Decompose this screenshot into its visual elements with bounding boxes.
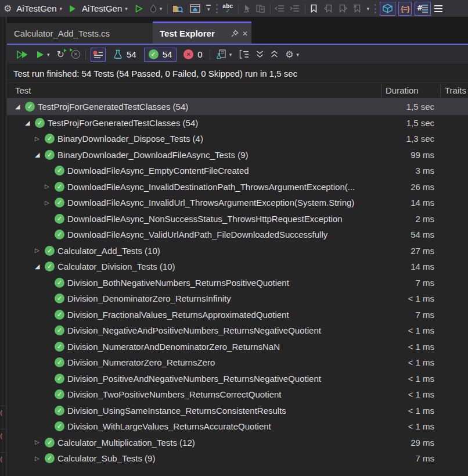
test-name: Calculator_Sub_Tests (9) [57, 453, 365, 463]
twisty-collapsed-icon[interactable]: ▷ [45, 184, 55, 189]
group-by-hierarchy-icon[interactable] [239, 50, 249, 59]
test-duration: < 1 ms [365, 389, 434, 399]
chevron-down-icon[interactable]: ▾ [47, 52, 50, 58]
column-header-test[interactable]: Test [15, 85, 31, 95]
test-name: Division_NegativeAndPositiveNumbers_Retu… [67, 325, 365, 335]
spell-checker-icon[interactable]: abc ✓ [222, 3, 233, 14]
test-name: BinaryDownloader_DownloadFileAsync_Tests… [57, 150, 365, 160]
chevron-down-icon[interactable]: ▾ [60, 6, 63, 12]
column-separator[interactable] [440, 84, 441, 97]
twisty-collapsed-icon[interactable]: ▷ [35, 248, 45, 253]
test-name: Division_UsingSameInstance_ReturnsConsis… [67, 406, 365, 416]
cancel-test-run-button[interactable]: ✕ [71, 50, 80, 59]
test-tree-row[interactable]: ◢ ✓ BinaryDownloader_DownloadFileAsync_T… [7, 147, 468, 163]
run-after-build-toggle-button[interactable] [91, 48, 106, 62]
twisty-collapsed-icon[interactable]: ▷ [45, 200, 55, 206]
container-tools-toggle-button[interactable] [380, 2, 395, 16]
start-without-debug-button[interactable] [135, 5, 143, 13]
tool-window-tab-bar: Calculator_Add_Tests.cs Test Explorer ✕ [7, 17, 468, 44]
test-tree-row[interactable]: ✓ Division_NumeratorZero_ReturnsZero < 1… [7, 355, 468, 371]
column-header-duration[interactable]: Duration [386, 85, 419, 95]
paste-document-icon[interactable] [256, 4, 265, 13]
previous-bookmark-icon[interactable] [324, 4, 333, 13]
solution-window-icon[interactable] [190, 4, 200, 13]
test-tree-row[interactable]: ✓ Division_WithLargeValues_ReturnsAccura… [7, 418, 468, 435]
test-passed-icon: ✓ [55, 198, 64, 207]
run-tests-button[interactable] [37, 51, 44, 59]
twisty-expanded-icon[interactable]: ◢ [15, 103, 25, 110]
test-tree-row[interactable]: ✓ Division_DenominatorZero_ReturnsInfini… [7, 291, 468, 307]
test-settings-gear-icon[interactable]: ⚙ [285, 50, 293, 59]
test-tree-row[interactable]: ✓ Division_TwoPositiveNumbers_ReturnsCor… [7, 386, 468, 403]
test-tree-row[interactable]: ✓ Division_FractionalValues_ReturnsAppro… [7, 307, 468, 323]
test-tree-row[interactable]: ✓ Division_UsingSameInstance_ReturnsCons… [7, 403, 468, 419]
column-header-traits[interactable]: Traits [445, 85, 466, 95]
test-tree-row[interactable]: ✓ DownloadFileAsync_EmptyContentFileCrea… [7, 163, 468, 179]
test-tree-row[interactable]: ▷ ✓ DownloadFileAsync_InvalidUrl_ThrowsA… [7, 195, 468, 211]
twisty-expanded-icon[interactable]: ◢ [25, 120, 35, 126]
test-tree-row[interactable]: ▷ ✓ DownloadFileAsync_InvalidDestination… [7, 179, 468, 195]
total-tests-flask-icon[interactable] [113, 49, 123, 59]
twisty-expanded-icon[interactable]: ◢ [35, 263, 45, 270]
find-in-files-icon[interactable] [172, 4, 183, 13]
toolbar-drag-handle[interactable] [375, 4, 377, 13]
test-tree-row[interactable]: ◢ ✓ TestProjForGeneratedTestClasses (54)… [7, 115, 468, 131]
expand-all-icon[interactable] [255, 50, 264, 59]
clear-bookmarks-icon[interactable] [353, 4, 362, 13]
test-tree-row[interactable]: ✓ DownloadFileAsync_NonSuccessStatus_Thr… [7, 211, 468, 227]
test-tree-row[interactable]: ▷ ✓ Calculator_Add_Tests (10) 27 ms [7, 243, 468, 259]
test-tree-row[interactable]: ✓ Division_PositiveAndNegativeNumbers_Re… [7, 371, 468, 387]
close-icon[interactable]: ✕ [242, 30, 248, 38]
passed-tests-filter-button[interactable]: ✓ 54 [144, 48, 177, 62]
increase-indent-icon[interactable] [290, 5, 300, 12]
chevron-down-icon[interactable]: ▾ [297, 52, 300, 58]
test-passed-icon: ✓ [45, 150, 55, 160]
collapse-all-icon[interactable] [270, 50, 279, 59]
chevron-down-icon[interactable]: ▾ [366, 6, 369, 12]
editor-code-line [1, 429, 5, 430]
twisty-collapsed-icon[interactable]: ▷ [35, 439, 45, 445]
run-all-tests-button[interactable] [17, 51, 28, 59]
chevron-down-icon[interactable]: ▾ [229, 52, 232, 58]
menu-hamburger-icon[interactable] [434, 5, 442, 12]
chevron-down-icon[interactable]: ▾ [125, 6, 128, 12]
format-document-toggle-button[interactable]: # [415, 2, 431, 16]
tab-test-explorer[interactable]: Test Explorer ✕ [153, 22, 251, 44]
test-tree-row[interactable]: ◢ ✓ Calculator_Division_Tests (10) 14 ms [7, 259, 468, 275]
test-tree-row[interactable]: ▷ ✓ BinaryDownloader_Dispose_Tests (4) 1… [7, 131, 468, 147]
run-profile-dropdown-2[interactable]: AiTestGen [82, 3, 122, 13]
test-tree-row[interactable]: ◢ ✓ TestProjForGeneratedTestClasses (54)… [7, 99, 468, 115]
decrease-indent-icon[interactable] [275, 5, 285, 12]
toolbar-drag-handle[interactable] [216, 4, 218, 13]
test-explorer-panel: Calculator_Add_Tests.cs Test Explorer ✕ … [7, 17, 468, 476]
test-passed-icon: ✓ [55, 406, 64, 416]
test-tree-row[interactable]: ✓ Division_NegativeAndPositiveNumbers_Re… [7, 323, 468, 339]
test-tree-row[interactable]: ✓ DownloadFileAsync_ValidUrlAndPath_File… [7, 227, 468, 243]
twisty-expanded-icon[interactable]: ◢ [35, 152, 45, 158]
twisty-collapsed-icon[interactable]: ▷ [35, 136, 45, 142]
twisty-collapsed-icon[interactable]: ▷ [35, 456, 45, 461]
select-pointer-icon[interactable] [243, 4, 251, 13]
test-tree-row[interactable]: ✓ Division_NumeratorAndDenominatorZero_R… [7, 339, 468, 355]
toggle-bookmark-icon[interactable] [310, 4, 318, 13]
test-tree-row[interactable]: ▷ ✓ Calculator_Sub_Tests (9) 7 ms [7, 450, 468, 467]
test-results-tree: ◢ ✓ TestProjForGeneratedTestClasses (54)… [7, 99, 468, 476]
test-tree-row[interactable]: ✓ Division_BothNegativeNumbers_ReturnsPo… [7, 275, 468, 291]
test-name: Division_BothNegativeNumbers_ReturnsPosi… [67, 278, 365, 288]
code-cleanup-braces-toggle-button[interactable]: {=} [398, 2, 412, 16]
toolbar-overflow-icon[interactable]: ▾ [206, 5, 211, 12]
run-profile-dropdown-1[interactable]: AiTestGen [16, 3, 56, 13]
tab-calculator-add-tests[interactable]: Calculator_Add_Tests.cs [7, 23, 153, 44]
next-bookmark-icon[interactable] [339, 4, 347, 13]
pin-icon[interactable] [231, 30, 239, 37]
test-detail-summary-icon[interactable] [216, 49, 226, 59]
repeat-last-run-button[interactable]: ↻ [57, 50, 64, 59]
settings-gear-icon[interactable]: ⚙ [3, 4, 12, 13]
editor-code-fragment: ( [0, 409, 2, 417]
test-tree-row[interactable]: ▷ ✓ Calculator_Multiplication_Tests (12)… [7, 435, 468, 451]
failed-tests-filter-button[interactable]: ✕ 0 [183, 49, 202, 59]
chevron-down-icon[interactable]: ▾ [160, 6, 163, 12]
hot-reload-icon[interactable] [150, 4, 157, 13]
column-separator[interactable] [381, 84, 381, 97]
start-debug-button[interactable] [70, 5, 75, 12]
